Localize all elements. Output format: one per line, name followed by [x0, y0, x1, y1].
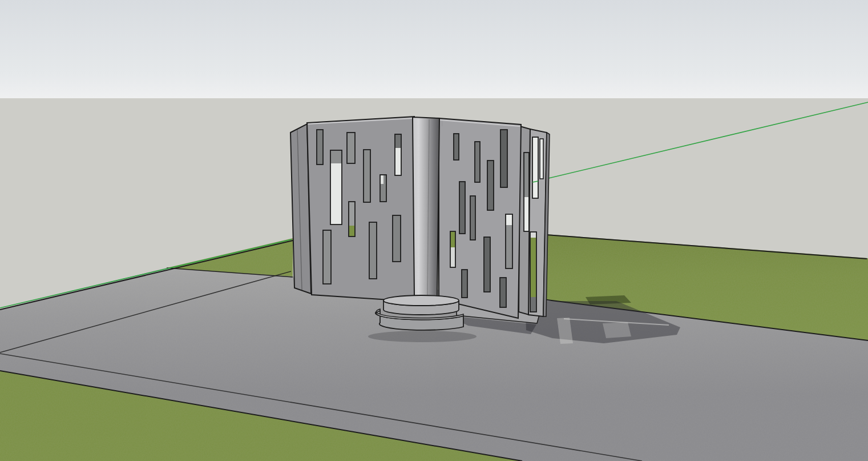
- slot: [462, 270, 467, 298]
- slot: [364, 150, 370, 202]
- slot: [487, 161, 494, 210]
- viewport-canvas[interactable]: [0, 0, 868, 461]
- slot: [454, 134, 459, 160]
- slot: [347, 133, 355, 163]
- sculpture-spine: [413, 117, 439, 298]
- front-left-panel: [307, 117, 416, 302]
- pedestal-contact-shadow: [368, 331, 477, 342]
- slot: [484, 237, 490, 292]
- front-right-panel: [439, 118, 521, 318]
- shadow-light-gap: [603, 322, 631, 338]
- pedestal-step-upper-top: [383, 295, 459, 306]
- model-viewport: [0, 0, 868, 461]
- slot: [369, 222, 377, 279]
- slot: [532, 137, 538, 198]
- slot: [459, 182, 465, 234]
- slot: [317, 130, 323, 165]
- sky: [0, 0, 868, 99]
- slot: [500, 130, 507, 187]
- slot: [323, 230, 331, 284]
- slot: [500, 278, 506, 307]
- back-right-panel-2: [528, 129, 550, 316]
- slot: [475, 142, 480, 182]
- slot: [393, 215, 401, 262]
- slot: [540, 139, 543, 179]
- slot: [470, 196, 475, 240]
